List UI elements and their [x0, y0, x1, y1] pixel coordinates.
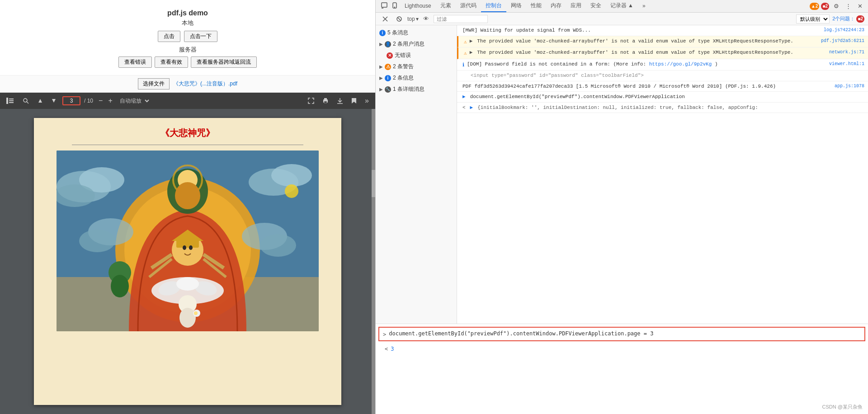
console-message-2: ⚠ ▶ The provided value 'moz-chunked-arra…: [457, 36, 868, 48]
tab-more[interactable]: »: [638, 1, 650, 12]
msg-text-7: {initialBookmark: '', initialDestination…: [477, 104, 864, 112]
page-number-input[interactable]: 3: [65, 98, 78, 104]
svg-marker-7: [52, 99, 56, 103]
tab-recorder[interactable]: 记录器 ▲: [606, 0, 638, 12]
zoom-out-button[interactable]: −: [97, 97, 104, 104]
svg-point-28: [183, 245, 186, 250]
verbose-icon: 🔧: [385, 86, 391, 93]
close-devtools-button[interactable]: ✕: [856, 2, 864, 10]
pdf-demo-header: pdf.js demo 本地 点击 点击一下 服务器 查看错误 查看有效 查看服…: [0, 0, 375, 75]
top-value: top: [407, 16, 415, 22]
pdf-viewer-panel: pdf.js demo 本地 点击 点击一下 服务器 查看错误 查看有效 查看服…: [0, 0, 375, 414]
tab-source[interactable]: 源代码: [456, 0, 481, 12]
print-button[interactable]: [320, 96, 331, 106]
watermark: CSDN @某只杂鱼: [822, 404, 863, 410]
find-button[interactable]: [20, 96, 32, 106]
svg-point-52: [395, 7, 395, 8]
more-tools-button[interactable]: »: [362, 95, 372, 107]
bookmark-button[interactable]: [349, 96, 359, 106]
console-message-1: [MWR] Waiting for update signal from WDS…: [457, 25, 868, 36]
next-page-button[interactable]: [49, 97, 59, 105]
msg-text-1: [MWR] Waiting for update signal from WDS…: [462, 27, 821, 34]
sidebar-toggle-button[interactable]: [4, 96, 16, 106]
view-valid-button[interactable]: 查看有效: [155, 56, 188, 68]
console-toolbar-right: 默认级别 2个问题： ■2: [796, 14, 864, 24]
category-verbose[interactable]: ▶ 🔧 1 条详细消息: [376, 84, 457, 95]
result-arrow: <: [385, 346, 388, 352]
svg-point-43: [260, 234, 296, 257]
msg-link-5[interactable]: app.js:1078: [835, 83, 864, 89]
tab-console[interactable]: 控制台: [481, 0, 506, 12]
view-errors-button[interactable]: 查看错误: [118, 56, 152, 68]
download-button[interactable]: [334, 96, 346, 106]
category-user-messages[interactable]: ▶ 👤 2 条用户消息: [376, 38, 457, 50]
category-info-label: 2 条信息: [393, 74, 414, 82]
file-name-label: 《大悲咒》(...注音版）.pdf: [173, 80, 237, 88]
expand-arrow-info: ▶: [379, 75, 383, 80]
tab-application[interactable]: 应用: [566, 0, 586, 12]
pdf-toolbar: 3 / 10 − + 自动缩放 50% 75% 100% 125% 150%: [0, 93, 375, 109]
view-cors-button[interactable]: 查看服务器跨域返回流: [191, 56, 257, 68]
category-errors[interactable]: ✕ 无错误: [376, 50, 457, 61]
click-button-1[interactable]: 点击: [158, 31, 180, 42]
click-button-2[interactable]: 点击一下: [184, 31, 217, 42]
console-message-5: PDF fdf3d5263d39424cafe177fa207deca33 [1…: [457, 81, 868, 92]
expand-msg-6[interactable]: ▶: [462, 93, 466, 101]
tab-memory[interactable]: 内存: [546, 0, 566, 12]
vertical-dots-button[interactable]: ⋮: [844, 2, 853, 10]
svg-point-29: [189, 245, 193, 250]
tab-elements[interactable]: 元素: [436, 0, 456, 12]
clear-console-button[interactable]: [379, 15, 391, 23]
svg-point-4: [24, 99, 27, 102]
msg-link-3[interactable]: network.js:71: [829, 49, 864, 56]
tab-lighthouse[interactable]: Lighthouse: [400, 1, 436, 12]
location-label: 本地: [0, 19, 375, 27]
file-select-button[interactable]: 选择文件: [138, 78, 170, 89]
zoom-in-button[interactable]: +: [106, 97, 114, 104]
msg-text-6: document.getElementById("previewPdf").co…: [470, 93, 864, 101]
console-sidebar: i 5 条消息 ▶ 👤 2 条用户消息 ✕ 无错误 ▶ ⚠ 2 条警告 ▶ i: [376, 25, 457, 324]
zoom-controls: − + 自动缩放 50% 75% 100% 125% 150%: [97, 96, 152, 105]
inspect-element-button[interactable]: [379, 1, 389, 11]
pdf-scrollbar[interactable]: [372, 109, 375, 414]
devtools-panel: Lighthouse 元素 源代码 控制台 网络 性能 内存 应用 安全 记录器…: [375, 0, 868, 414]
category-all-messages[interactable]: i 5 条消息: [376, 27, 457, 38]
msg-text-3: The provided value 'moz-chunked-arraybuf…: [477, 49, 826, 56]
prev-page-button[interactable]: [35, 97, 45, 105]
zoom-select[interactable]: 自动缩放 50% 75% 100% 125% 150%: [116, 96, 151, 105]
tab-security[interactable]: 安全: [586, 0, 606, 12]
msg-link-2[interactable]: pdf.js?d2a5:6211: [821, 38, 864, 44]
tab-performance[interactable]: 性能: [526, 0, 546, 12]
console-input-row: > document.getElementById("previewPdf").…: [378, 327, 865, 341]
svg-rect-0: [6, 98, 8, 104]
expand-msg-2[interactable]: ▶: [470, 38, 473, 45]
console-message-6: ▶ document.getElementById("previewPdf").…: [457, 92, 868, 103]
stop-recording-button[interactable]: [394, 15, 405, 23]
default-level-select[interactable]: 默认级别: [796, 14, 830, 24]
toolbar-right: »: [305, 95, 372, 107]
result-value: 3: [391, 346, 394, 352]
console-message-4: ℹ [DOM] Password field is not contained …: [457, 59, 868, 71]
console-input-text[interactable]: document.getElementById("previewPdf").co…: [389, 330, 861, 337]
settings-button[interactable]: ⚙: [832, 2, 841, 10]
tab-network[interactable]: 网络: [506, 0, 526, 12]
svg-point-47: [194, 311, 198, 315]
console-filter-input[interactable]: [434, 15, 488, 23]
mobile-toggle-button[interactable]: [390, 1, 399, 11]
category-all-label: 5 条消息: [387, 29, 408, 37]
svg-point-25: [175, 182, 200, 209]
svg-point-18: [271, 164, 312, 187]
msg-link-1[interactable]: log.js?42244:23: [824, 27, 864, 33]
top-arrow: ▾: [416, 16, 419, 22]
msg-link-4[interactable]: viewer.html:1: [829, 61, 864, 67]
console-messages-panel: i 5 条消息 ▶ 👤 2 条用户消息 ✕ 无错误 ▶ ⚠ 2 条警告 ▶ i: [376, 25, 868, 324]
expand-msg-7[interactable]: ▶: [470, 104, 473, 112]
eye-button[interactable]: 👁: [421, 14, 431, 23]
expand-msg-3[interactable]: ▶: [470, 49, 473, 56]
category-warnings[interactable]: ▶ ⚠ 2 条警告: [376, 61, 457, 72]
devtools-topbar-right: ▲2 ■2 ⚙ ⋮ ✕: [810, 2, 864, 10]
fullscreen-button[interactable]: [305, 96, 317, 106]
category-info[interactable]: ▶ i 2 条信息: [376, 72, 457, 84]
file-select-row: 选择文件 《大悲咒》(...注音版）.pdf: [0, 75, 375, 93]
dom-info-link[interactable]: https://goo.gl/9p2vKg: [649, 61, 712, 67]
